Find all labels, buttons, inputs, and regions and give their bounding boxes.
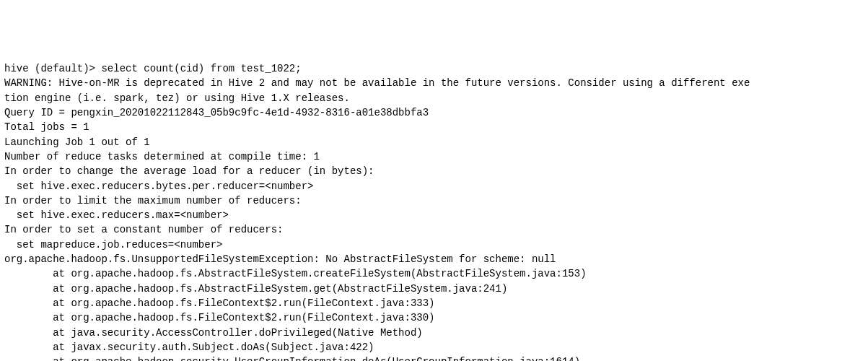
hint-set-line: set mapreduce.job.reduces=<number> [4, 238, 864, 252]
warning-line-cont: tion engine (i.e. spark, tez) or using H… [4, 91, 864, 105]
exception-line: org.apache.hadoop.fs.UnsupportedFileSyst… [4, 252, 864, 266]
total-jobs-line: Total jobs = 1 [4, 120, 864, 134]
hint-set-line: set hive.exec.reducers.max=<number> [4, 208, 864, 222]
stack-trace-line: at org.apache.hadoop.security.UserGroupI… [4, 355, 864, 361]
stack-trace-line: at org.apache.hadoop.fs.AbstractFileSyst… [4, 266, 864, 281]
hint-set-line: set hive.exec.reducers.bytes.per.reducer… [4, 179, 864, 193]
hint-line: In order to change the average load for … [4, 164, 864, 178]
launch-job-line: Launching Job 1 out of 1 [4, 135, 864, 149]
stack-trace-line: at java.security.AccessController.doPriv… [4, 326, 864, 340]
stack-trace-line: at org.apache.hadoop.fs.AbstractFileSyst… [4, 282, 864, 296]
stack-trace-line: at javax.security.auth.Subject.doAs(Subj… [4, 340, 864, 355]
reduce-tasks-line: Number of reduce tasks determined at com… [4, 149, 864, 164]
stack-trace-line: at org.apache.hadoop.fs.FileContext$2.ru… [4, 296, 864, 310]
prompt-line[interactable]: hive (default)> select count(cid) from t… [4, 61, 864, 76]
terminal-output: hive (default)> select count(cid) from t… [4, 61, 864, 361]
stack-trace-line: at org.apache.hadoop.fs.FileContext$2.ru… [4, 310, 864, 325]
hint-line: In order to limit the maximum number of … [4, 193, 864, 208]
warning-line: WARNING: Hive-on-MR is deprecated in Hiv… [4, 76, 864, 90]
query-id-line: Query ID = pengxin_20201022112843_05b9c9… [4, 105, 864, 120]
hint-line: In order to set a constant number of red… [4, 222, 864, 237]
